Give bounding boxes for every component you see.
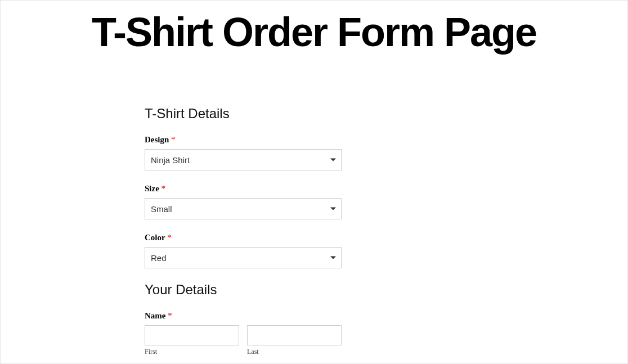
first-name-sublabel: First <box>145 348 239 356</box>
last-name-column: Last <box>247 325 342 356</box>
color-label: Color * <box>145 233 342 242</box>
section-heading-your-details: Your Details <box>145 282 342 298</box>
name-label: Name * <box>145 311 342 321</box>
color-select[interactable]: Red <box>145 247 342 268</box>
color-select-wrapper: Red <box>145 247 342 268</box>
name-label-text: Name <box>145 311 166 320</box>
field-design: Design * Ninja Shirt <box>145 135 342 170</box>
section-heading-tshirt-details: T-Shirt Details <box>145 106 342 122</box>
size-label: Size * <box>145 184 342 194</box>
size-select[interactable]: Small <box>145 198 342 219</box>
last-name-input[interactable] <box>247 325 342 345</box>
name-row: First Last <box>145 325 342 356</box>
first-name-input[interactable] <box>145 325 239 345</box>
field-name: Name * First Last <box>145 311 342 356</box>
form-container: T-Shirt Details Design * Ninja Shirt Siz… <box>145 106 342 356</box>
design-select[interactable]: Ninja Shirt <box>145 149 342 170</box>
design-label: Design * <box>145 135 342 145</box>
design-label-text: Design <box>145 135 169 144</box>
design-select-wrapper: Ninja Shirt <box>145 149 342 170</box>
required-asterisk: * <box>168 311 172 320</box>
color-label-text: Color <box>145 233 165 242</box>
field-size: Size * Small <box>145 184 342 219</box>
size-select-wrapper: Small <box>145 198 342 219</box>
first-name-column: First <box>145 325 239 356</box>
field-color: Color * Red <box>145 233 342 268</box>
size-label-text: Size <box>145 184 159 193</box>
required-asterisk: * <box>167 233 172 242</box>
required-asterisk: * <box>162 184 166 193</box>
page-title: T-Shirt Order Form Page <box>1 12 627 52</box>
required-asterisk: * <box>171 135 176 144</box>
last-name-sublabel: Last <box>247 348 342 356</box>
